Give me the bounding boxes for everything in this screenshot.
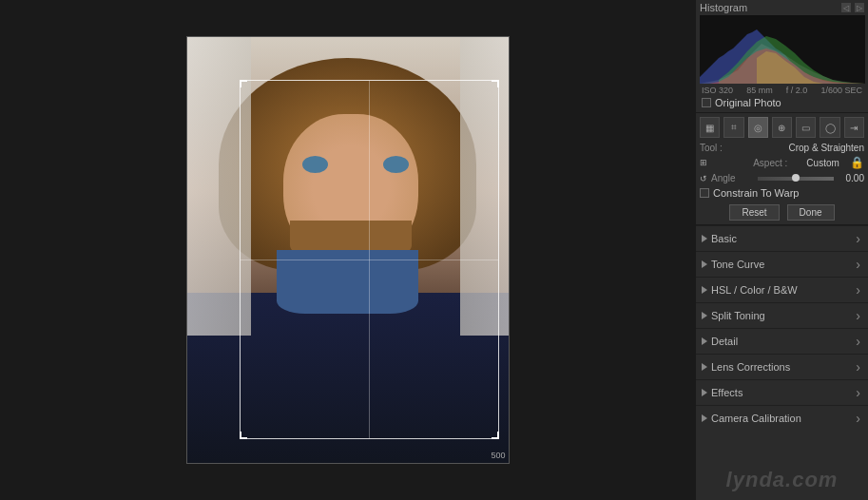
histogram-tool-icon[interactable]: ▦ [700, 117, 720, 138]
aspect-label: Aspect : [753, 158, 796, 168]
lynda-text: lynda.com [726, 468, 839, 492]
done-button[interactable]: Done [787, 204, 835, 221]
panel-item-tone-curve[interactable]: Tone Curve › [696, 251, 868, 277]
shutter-speed: 1/600 SEC [820, 86, 862, 95]
split-toning-expand-icon [702, 312, 707, 319]
histogram-arrows: ◁ ▷ [841, 3, 864, 12]
angle-row: ↺ Angle 0.00 [700, 171, 864, 185]
panel-list: Basic › Tone Curve › HSL / Color / B&W › [696, 225, 868, 460]
panel-item-split-toning[interactable]: Split Toning › [696, 302, 868, 328]
radial-filter-icon[interactable]: ◯ [820, 117, 839, 138]
lock-icon[interactable]: 🔒 [850, 156, 864, 169]
right-panel: Histogram ◁ ▷ ISO 32 [695, 0, 868, 500]
iso-value: ISO 320 [702, 86, 733, 95]
detail-expand-icon [702, 337, 707, 345]
reset-done-row: Reset Done [700, 204, 864, 221]
basic-expand-icon [702, 235, 707, 242]
aspect-icon: ⊞ [700, 158, 743, 167]
basic-label: Basic [711, 233, 737, 244]
angle-slider[interactable] [758, 177, 834, 181]
tool-prefix: Tool : [700, 143, 743, 153]
lens-corrections-label: Lens Corrections [711, 361, 790, 373]
angle-value: 0.00 [838, 173, 864, 183]
aspect-row: ⊞ Aspect : Custom 🔒 [700, 154, 864, 171]
photo-container: 500 [186, 36, 510, 464]
tone-curve-label: Tone Curve [711, 259, 764, 270]
histogram-title: Histogram [700, 2, 747, 13]
reset-button[interactable]: Reset [729, 204, 779, 221]
tool-label-row: Tool : Crop & Straighten [700, 142, 864, 154]
original-photo-checkbox[interactable] [702, 98, 711, 107]
camera-calibration-expand-icon [702, 414, 707, 422]
panel-item-effects[interactable]: Effects › [696, 379, 868, 405]
spot-removal-icon[interactable]: ◎ [748, 117, 768, 138]
panel-item-lens-corrections[interactable]: Lens Corrections › [696, 354, 868, 379]
lynda-watermark: lynda.com [696, 460, 868, 500]
panel-item-basic[interactable]: Basic › [696, 225, 868, 251]
effects-expand-icon [702, 389, 707, 396]
original-photo-row: Original Photo [700, 97, 864, 108]
tone-curve-expand-icon [702, 260, 707, 268]
camera-calibration-arrow: › [856, 411, 860, 426]
tool-strip: ▦ ⌗ ◎ ⊕ ▭ ◯ ⇥ Tool : Crop & Straighten ⊞… [696, 112, 868, 225]
crop-size-label: 500 [491, 451, 505, 460]
effects-arrow: › [856, 385, 860, 400]
highlight-clip-indicator[interactable]: ▷ [855, 3, 864, 12]
basic-arrow: › [856, 231, 860, 246]
tool-icons-row: ▦ ⌗ ◎ ⊕ ▭ ◯ ⇥ [700, 117, 864, 138]
angle-label: Angle [711, 173, 754, 183]
graduated-filter-icon[interactable]: ▭ [796, 117, 816, 138]
adjustment-brush-icon[interactable]: ⇥ [844, 117, 864, 138]
lens-corrections-arrow: › [856, 359, 860, 375]
shadow-clip-indicator[interactable]: ◁ [841, 3, 851, 12]
aperture: f / 2.0 [786, 86, 808, 95]
split-toning-label: Split Toning [711, 310, 765, 321]
split-toning-arrow: › [856, 308, 860, 323]
lens-corrections-expand-icon [702, 363, 707, 371]
histogram-meta: ISO 320 85 mm f / 2.0 1/600 SEC [700, 86, 864, 95]
aspect-value: Custom [806, 158, 839, 168]
tool-current-value: Crop & Straighten [789, 143, 865, 153]
constrain-label: Constrain To Warp [713, 187, 799, 199]
histogram-section: Histogram ◁ ▷ ISO 32 [696, 0, 868, 112]
angle-icon: ↺ [700, 174, 707, 183]
panel-item-detail[interactable]: Detail › [696, 328, 868, 354]
detail-label: Detail [711, 336, 738, 347]
effects-label: Effects [711, 387, 743, 398]
constrain-checkbox[interactable] [700, 188, 709, 198]
constrain-row: Constrain To Warp [700, 185, 864, 201]
original-photo-label: Original Photo [715, 97, 781, 108]
main-canvas: 500 [0, 0, 695, 500]
crop-tool-icon[interactable]: ⌗ [723, 117, 743, 138]
hsl-expand-icon [702, 286, 707, 294]
redeye-icon[interactable]: ⊕ [772, 117, 792, 138]
camera-calibration-label: Camera Calibration [711, 413, 801, 424]
detail-arrow: › [856, 334, 860, 349]
histogram-canvas [700, 15, 865, 84]
panel-item-camera-calibration[interactable]: Camera Calibration › [696, 405, 868, 431]
focal-length: 85 mm [746, 86, 773, 95]
panel-item-hsl[interactable]: HSL / Color / B&W › [696, 277, 868, 302]
hsl-arrow: › [856, 282, 860, 298]
tone-curve-arrow: › [856, 257, 860, 272]
hsl-label: HSL / Color / B&W [711, 284, 798, 296]
